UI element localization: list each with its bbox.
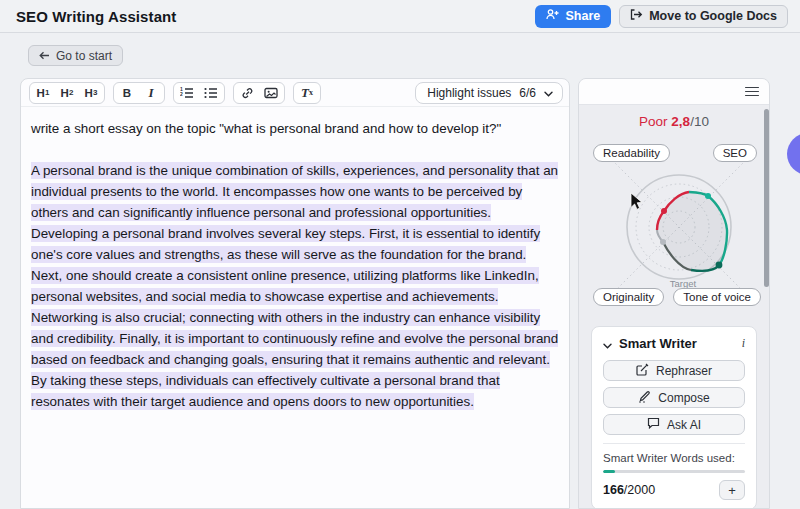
highlight-issues-dropdown[interactable]: Highlight issues 6/6: [415, 82, 563, 104]
format-group: B I: [113, 82, 165, 104]
heading2-button[interactable]: H2: [55, 83, 79, 103]
share-button[interactable]: Share: [535, 5, 611, 28]
menu-icon[interactable]: [745, 85, 759, 99]
words-used-count: 166/2000: [603, 483, 655, 497]
clear-formatting-button[interactable]: Tx: [295, 83, 319, 103]
heading3-button[interactable]: H3: [79, 83, 103, 103]
arrow-left-icon: [39, 49, 50, 63]
readability-pill[interactable]: Readability: [593, 144, 670, 162]
words-used-label: Smart Writer Words used:: [603, 452, 745, 464]
tone-point: [716, 262, 723, 269]
chevron-down-icon: [544, 86, 553, 100]
clear-format-group: Tx: [293, 82, 321, 104]
score-panel: Poor 2,8/10: [578, 78, 770, 509]
mouse-cursor: [631, 193, 642, 209]
italic-button[interactable]: I: [139, 83, 163, 103]
score-max: /10: [690, 114, 709, 129]
insert-group: [233, 82, 285, 104]
svg-text:2: 2: [180, 90, 183, 96]
chevron-down-icon: [603, 335, 612, 353]
floating-assistant-button[interactable]: [787, 133, 800, 175]
smart-writer-card: Smart Writer i Rephraser Compose: [591, 326, 757, 509]
heading-group: H1 H2 H3: [29, 82, 105, 104]
editor-card: H1 H2 H3 B I 12: [20, 78, 570, 509]
page-title: SEO Writing Assistant: [16, 8, 176, 25]
ordered-list-icon[interactable]: 12: [175, 83, 199, 103]
issues-count: 6/6: [519, 86, 536, 100]
top-header: SEO Writing Assistant Share Move to Goog…: [0, 0, 800, 33]
highlighted-essay-text[interactable]: A personal brand is the unique combinati…: [31, 162, 558, 410]
score-value: 2,8: [671, 114, 690, 129]
bold-button[interactable]: B: [115, 83, 139, 103]
rephraser-pencil-square-icon: [636, 363, 649, 379]
add-words-button[interactable]: +: [719, 480, 745, 500]
ask-ai-button[interactable]: Ask AI: [603, 414, 745, 435]
editor-toolbar: H1 H2 H3 B I 12: [21, 79, 569, 107]
app-window: SEO Writing Assistant Share Move to Goog…: [0, 0, 800, 509]
words-used-section: Smart Writer Words used: 166/2000 +: [603, 443, 745, 500]
go-to-start-button[interactable]: Go to start: [28, 45, 123, 66]
image-icon[interactable]: [259, 83, 283, 103]
highlight-issues-label: Highlight issues: [427, 86, 511, 100]
smart-writer-header[interactable]: Smart Writer i: [603, 335, 745, 352]
rephraser-button[interactable]: Rephraser: [603, 360, 745, 381]
seo-pill[interactable]: SEO: [713, 144, 757, 162]
panel-header: [579, 79, 769, 105]
words-used-progress-bar: [603, 470, 745, 473]
list-group: 12: [173, 82, 225, 104]
score-rating-label: Poor: [639, 114, 668, 129]
overall-score: Poor 2,8/10: [579, 114, 769, 132]
bullet-list-icon[interactable]: [199, 83, 223, 103]
prompt-paragraph[interactable]: write a short essay on the topic "what i…: [31, 118, 559, 139]
originality-point: [660, 239, 666, 245]
info-icon[interactable]: i: [742, 336, 745, 351]
tone-of-voice-pill[interactable]: Tone of voice: [673, 288, 761, 306]
heading1-button[interactable]: H1: [31, 83, 55, 103]
readability-point: [661, 208, 667, 214]
compose-pencil-icon: [638, 390, 651, 406]
share-person-plus-icon: [546, 9, 559, 23]
editor-content[interactable]: write a short essay on the topic "what i…: [21, 107, 569, 412]
originality-pill[interactable]: Originality: [593, 288, 664, 306]
smart-writer-title: Smart Writer: [619, 336, 697, 351]
words-used-progress-fill: [603, 470, 615, 473]
compose-button[interactable]: Compose: [603, 387, 745, 408]
radar-chart: Target Readability SEO Originality Tone …: [579, 132, 769, 318]
link-icon[interactable]: [235, 83, 259, 103]
chat-bubble-icon: [647, 417, 660, 432]
essay-paragraph[interactable]: A personal brand is the unique combinati…: [31, 160, 559, 412]
panel-scrollbar[interactable]: [764, 109, 769, 287]
export-icon: [630, 9, 643, 23]
move-to-google-docs-button[interactable]: Move to Google Docs: [619, 5, 788, 28]
seo-point: [705, 193, 711, 199]
